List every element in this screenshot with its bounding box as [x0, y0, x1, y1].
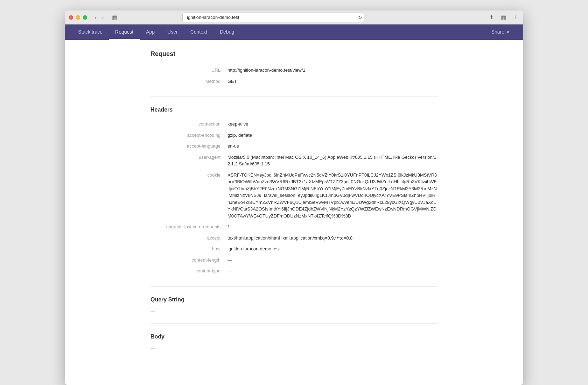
url-value: http://ignition-laracon-demo.test/view/1: [227, 65, 438, 76]
new-tab-button[interactable]: +: [511, 13, 519, 22]
tab-app[interactable]: App: [140, 24, 161, 40]
table-row: accept-encoding gzip, deflate: [150, 130, 438, 141]
table-row: content-type —: [150, 265, 438, 277]
content-inner: Request URL http://ignition-laracon-demo…: [136, 50, 451, 351]
divider-3: [150, 323, 438, 324]
share-arrow-icon: ➤: [506, 29, 510, 34]
table-row: accept-language en-us: [150, 141, 438, 152]
forward-button[interactable]: ›: [100, 14, 106, 21]
table-row: user-agent Mozilla/5.0 (Macintosh; Intel…: [150, 152, 438, 170]
header-val-upgrade: 1: [227, 221, 438, 233]
header-val-connection: keep-alive: [227, 119, 438, 130]
close-button[interactable]: [69, 15, 73, 20]
sidebar-toggle-button[interactable]: ▦: [110, 13, 119, 21]
header-key-content-length: content-length: [150, 255, 227, 266]
header-key-content-type: content-type: [150, 265, 227, 277]
nav-buttons: ‹ ›: [93, 14, 106, 21]
header-val-user-agent: Mozilla/5.0 (Macintosh; Intel Mac OS X 1…: [227, 152, 438, 170]
body-empty: —: [150, 345, 438, 351]
table-row: host ignition-laracon-demo.test: [150, 243, 438, 255]
nav-tabs-bar: Stack trace Request App User Context Deb…: [65, 24, 523, 40]
method-label: Method: [150, 76, 227, 87]
header-val-content-length: —: [227, 255, 438, 266]
header-key-host: host: [150, 243, 227, 255]
minimize-button[interactable]: [76, 15, 80, 20]
address-bar-wrapper: ↻: [182, 13, 364, 22]
share-toolbar-button[interactable]: ⬆: [487, 13, 496, 22]
header-key-accept-encoding: accept-encoding: [150, 130, 227, 141]
table-row: accept text/html,application/xhtml+xml,a…: [150, 233, 438, 244]
header-key-user-agent: user-agent: [150, 152, 227, 170]
request-info-table: URL http://ignition-laracon-demo.test/vi…: [150, 65, 438, 87]
toolbar-right: ⬆ ▦ +: [487, 13, 519, 22]
url-input[interactable]: [182, 13, 364, 22]
method-value: GET: [227, 76, 438, 87]
maximize-button[interactable]: [83, 15, 87, 20]
main-content: Request URL http://ignition-laracon-demo…: [65, 40, 523, 385]
divider-1: [150, 97, 438, 97]
body-section-title: Body: [150, 334, 438, 340]
back-button[interactable]: ‹: [93, 14, 99, 21]
table-row: connection keep-alive: [150, 119, 438, 130]
table-row: cookie XSRF-TOKEN=eyJpdii6lnZnMUdPeFwvc2…: [150, 170, 438, 222]
header-key-connection: connection: [150, 119, 227, 130]
divider-2: [150, 286, 438, 287]
header-val-content-type: —: [227, 265, 438, 277]
header-val-host: ignition-laracon-demo.test: [227, 243, 438, 255]
tab-debug[interactable]: Debug: [214, 24, 240, 40]
titlebar: ‹ › ▦ ↻ ⬆ ▦ +: [65, 10, 523, 24]
header-val-accept-encoding: gzip, deflate: [227, 130, 438, 141]
share-label: Share: [491, 29, 504, 35]
url-label: URL: [150, 65, 227, 76]
header-key-accept: accept: [150, 233, 227, 244]
header-val-cookie: XSRF-TOKEN=eyJpdii6lnZnMUdPeFwvc2N5dVZlY…: [227, 170, 438, 222]
browser-window: ‹ › ▦ ↻ ⬆ ▦ + Stack trace Request App Us…: [65, 10, 523, 385]
tab-share[interactable]: Share ➤: [485, 24, 516, 40]
table-row: URL http://ignition-laracon-demo.test/vi…: [150, 65, 438, 76]
header-key-accept-language: accept-language: [150, 141, 227, 152]
header-key-upgrade: upgrade-insecure-requests: [150, 221, 227, 233]
table-row: content-length —: [150, 255, 438, 266]
header-val-accept: text/html,application/xhtml+xml,applicat…: [227, 233, 438, 244]
tab-user[interactable]: User: [161, 24, 184, 40]
table-row: Method GET: [150, 76, 438, 87]
header-val-accept-language: en-us: [227, 141, 438, 152]
query-string-empty: —: [150, 308, 438, 314]
tab-context[interactable]: Context: [184, 24, 214, 40]
tab-stack-trace[interactable]: Stack trace: [72, 24, 109, 40]
header-key-cookie: cookie: [150, 170, 227, 222]
headers-section-title: Headers: [150, 107, 438, 113]
reload-button[interactable]: ↻: [358, 15, 362, 20]
tab-overview-button[interactable]: ▦: [499, 13, 508, 22]
request-section-title: Request: [150, 50, 438, 58]
headers-table: connection keep-alive accept-encoding gz…: [150, 119, 438, 277]
tab-request[interactable]: Request: [109, 24, 140, 40]
table-row: upgrade-insecure-requests 1: [150, 221, 438, 233]
query-string-section-title: Query String: [150, 297, 438, 303]
